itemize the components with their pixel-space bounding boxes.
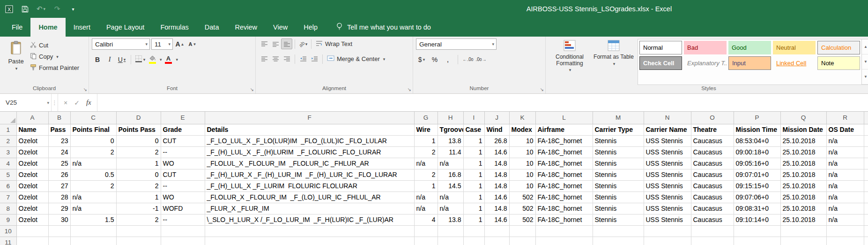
cell[interactable]: Stennis (593, 191, 644, 203)
cell[interactable]: 1 (116, 158, 161, 169)
cell[interactable] (438, 237, 463, 245)
cell[interactable]: 1 (463, 135, 484, 146)
tab-insert[interactable]: Insert (66, 18, 98, 37)
cell[interactable]: Modex (509, 124, 535, 135)
cell[interactable]: 23 (48, 135, 70, 146)
cell[interactable]: FA-18C_hornet (535, 146, 593, 158)
cell[interactable]: 09:07:01+0 (734, 169, 780, 180)
cell[interactable]: 09:05:16+0 (734, 158, 780, 169)
cell[interactable]: Ozelot (16, 146, 48, 158)
cell[interactable] (864, 180, 868, 191)
cell[interactable]: n/a (70, 191, 116, 203)
cell[interactable]: 13.8 (438, 214, 463, 225)
cell[interactable]: _F_LO_LUL_X _F_LO(LUR)IM _FLO_(LUL)IC _F… (205, 135, 414, 146)
column-header-partial[interactable] (864, 112, 868, 124)
cell[interactable]: USS Stennis (644, 146, 691, 158)
format-as-table-button[interactable]: Format as Table ▾ (592, 38, 636, 85)
cell[interactable] (484, 237, 509, 245)
cancel-button[interactable]: × (64, 99, 67, 107)
tab-help[interactable]: Help (296, 18, 326, 37)
underline-button[interactable]: U▾ (116, 54, 127, 65)
cell[interactable] (691, 225, 734, 237)
cell[interactable]: 1 (463, 203, 484, 214)
formula-input[interactable] (97, 94, 868, 111)
cell[interactable]: Caucasus (691, 191, 734, 203)
row-header-6[interactable]: 6 (0, 180, 16, 191)
cell[interactable] (414, 225, 438, 237)
cell[interactable]: Points Pass (116, 124, 161, 135)
font-dialog-launcher[interactable]: ↘ (250, 87, 254, 92)
cell[interactable]: 14.5 (438, 180, 463, 191)
cell[interactable]: 14.6 (484, 214, 509, 225)
cell[interactable]: 25.10.2018 (780, 214, 826, 225)
cell[interactable]: 27 (48, 180, 70, 191)
number-dialog-launcher[interactable]: ↘ (540, 87, 544, 92)
cell[interactable] (463, 225, 484, 237)
column-header-C[interactable]: C (70, 112, 116, 124)
cell[interactable]: CUT (161, 135, 205, 146)
column-header-A[interactable]: A (16, 112, 48, 124)
cell[interactable]: USS Stennis (644, 191, 691, 203)
cell[interactable] (864, 237, 868, 245)
clipboard-dialog-launcher[interactable]: ↘ (83, 87, 87, 92)
conditional-formatting-dropdown-icon[interactable]: ▾ (569, 68, 571, 72)
cell[interactable]: 25.10.2018 (780, 158, 826, 169)
cell[interactable]: 09:00:18+0 (734, 146, 780, 158)
cell[interactable]: 25.10.2018 (780, 169, 826, 180)
alignment-dialog-launcher[interactable]: ↘ (408, 87, 411, 92)
cell[interactable]: 1 (116, 191, 161, 203)
cell[interactable]: 1 (463, 169, 484, 180)
cell[interactable] (734, 237, 780, 245)
tell-me-box[interactable]: Tell me what you want to do (336, 18, 431, 37)
cell[interactable]: -- (161, 146, 205, 158)
cell[interactable]: Stennis (593, 169, 644, 180)
decrease-decimal-button[interactable]: .00→ (475, 54, 487, 65)
cell[interactable]: 30 (48, 214, 70, 225)
cell[interactable]: Carrier Name (644, 124, 691, 135)
cell[interactable]: 1 (463, 214, 484, 225)
cell[interactable] (509, 225, 535, 237)
column-header-O[interactable]: O (691, 112, 734, 124)
cell[interactable] (864, 191, 868, 203)
borders-button[interactable]: ▾ (134, 54, 146, 65)
cell[interactable]: Ozelot (16, 135, 48, 146)
gallery-more-button[interactable]: ▼ (862, 69, 868, 84)
row-header-3[interactable]: 3 (0, 146, 16, 158)
column-header-J[interactable]: J (484, 112, 509, 124)
column-header-M[interactable]: M (593, 112, 644, 124)
cell[interactable]: n/a (438, 191, 463, 203)
cell[interactable]: 09:08:31+0 (734, 203, 780, 214)
cell[interactable]: CUT (161, 169, 205, 180)
row-header-5[interactable]: 5 (0, 169, 16, 180)
cell[interactable]: Pass (48, 124, 70, 135)
cell[interactable]: n/a (438, 203, 463, 214)
cell[interactable]: -- (161, 214, 205, 225)
cell[interactable]: 1 (463, 180, 484, 191)
cell[interactable]: n/a (826, 214, 864, 225)
font-size-select[interactable]: 11 ▾ (151, 38, 173, 50)
italic-button[interactable]: I (104, 54, 115, 65)
cell[interactable]: 10 (509, 158, 535, 169)
cell[interactable] (161, 225, 205, 237)
style-cell[interactable]: Calculation (817, 41, 860, 54)
increase-decimal-button[interactable]: ←.00 (462, 54, 474, 65)
column-header-P[interactable]: P (734, 112, 780, 124)
row-header-11[interactable]: 11 (0, 237, 16, 245)
column-header-L[interactable]: L (535, 112, 593, 124)
decrease-font-size-button[interactable]: A▼ (187, 39, 198, 50)
cell[interactable] (593, 237, 644, 245)
cell[interactable]: 0 (116, 135, 161, 146)
cell[interactable]: Case (463, 124, 484, 135)
merge-center-dropdown-icon[interactable]: ▾ (383, 57, 386, 61)
cell[interactable]: Caucasus (691, 135, 734, 146)
cell[interactable]: 28 (48, 191, 70, 203)
cell[interactable]: FA-18C_hornet (535, 203, 593, 214)
cell[interactable]: n/a (70, 158, 116, 169)
style-cell[interactable]: Good (728, 41, 771, 54)
cell[interactable]: Caucasus (691, 158, 734, 169)
fill-color-button[interactable] (147, 54, 158, 65)
cell[interactable] (864, 225, 868, 237)
cell[interactable]: 11.4 (438, 146, 463, 158)
cell[interactable]: Ozelot (16, 169, 48, 180)
cell[interactable]: 1 (414, 135, 438, 146)
